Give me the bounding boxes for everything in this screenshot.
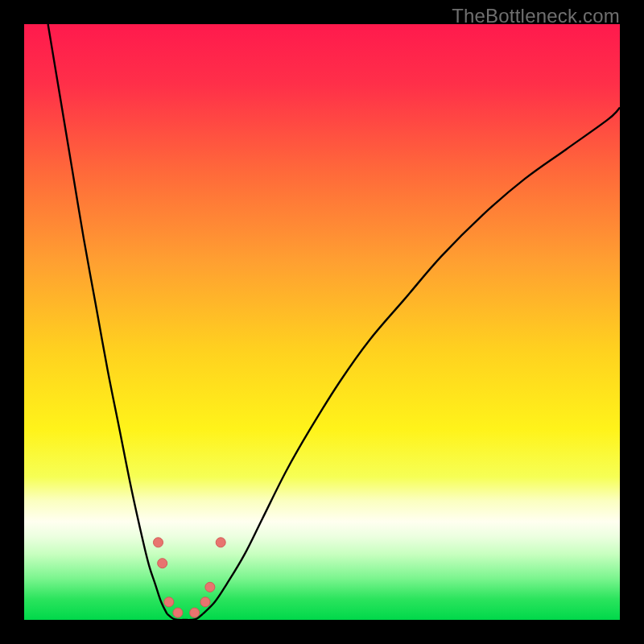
outer-black-frame: TheBottleneck.com xyxy=(0,0,644,644)
plot-area xyxy=(24,24,620,620)
background-gradient xyxy=(24,24,620,620)
gradient-rect xyxy=(24,24,620,620)
